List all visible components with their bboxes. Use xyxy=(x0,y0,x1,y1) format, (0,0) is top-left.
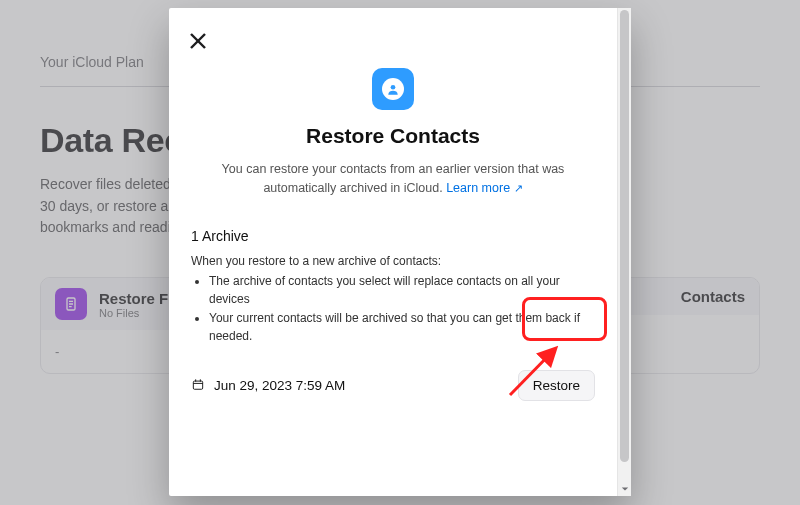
archive-bullet-2: Your current contacts will be archived s… xyxy=(209,309,595,346)
restore-button[interactable]: Restore xyxy=(518,370,595,401)
archive-row: Jun 29, 2023 7:59 AM Restore xyxy=(191,370,595,401)
scrollbar-down-icon[interactable] xyxy=(618,482,631,496)
contacts-app-icon xyxy=(372,68,414,110)
modal-title: Restore Contacts xyxy=(191,124,595,148)
svg-point-6 xyxy=(391,85,396,90)
modal-scrollbar[interactable] xyxy=(617,8,631,496)
external-link-icon: ↗ xyxy=(514,182,523,194)
restore-contacts-modal: Restore Contacts You can restore your co… xyxy=(169,8,631,496)
archive-bullet-1: The archive of contacts you select will … xyxy=(209,272,595,309)
archive-icon xyxy=(191,377,205,394)
archive-date: Jun 29, 2023 7:59 AM xyxy=(214,378,345,393)
svg-rect-7 xyxy=(193,381,202,389)
modal-description: You can restore your contacts from an ea… xyxy=(215,160,571,198)
learn-more-link[interactable]: Learn more ↗ xyxy=(446,181,522,195)
scrollbar-thumb[interactable] xyxy=(620,10,629,462)
archive-subtitle: When you restore to a new archive of con… xyxy=(191,254,595,268)
close-button[interactable] xyxy=(189,32,207,50)
archive-count: 1 Archive xyxy=(191,228,595,244)
archive-notes: The archive of contacts you select will … xyxy=(209,272,595,346)
